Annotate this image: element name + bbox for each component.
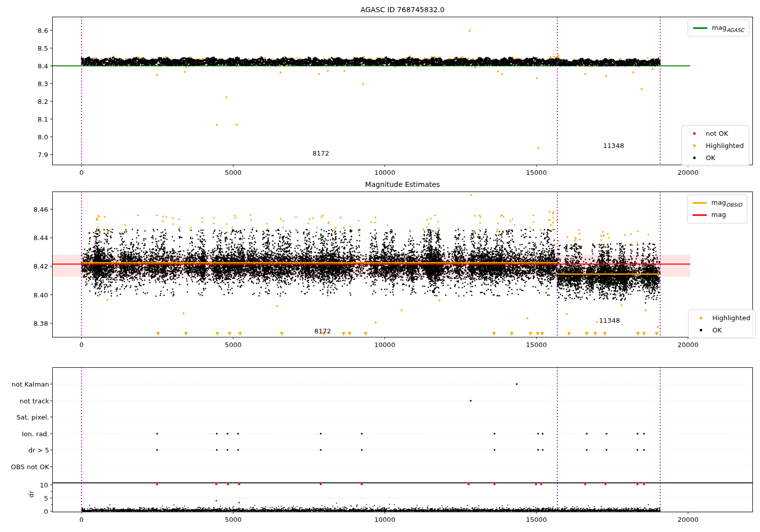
- x-tick-label: 5000: [225, 169, 242, 176]
- y-tick-label: 8.2: [2, 98, 48, 105]
- y-tick-label: 8.38: [2, 319, 48, 327]
- legend-mag-agasc: magAGASC: [688, 20, 749, 36]
- legend-item-highlighted: Highlighted: [687, 141, 744, 150]
- top-plot-title: AGASC ID 768745832.0: [52, 6, 753, 14]
- dr-tick-label: 5: [2, 495, 48, 502]
- highlighted-dot-swatch: [694, 317, 708, 319]
- legend-label: Highlighted: [712, 314, 750, 322]
- dr-tick-label: 10: [2, 481, 48, 489]
- flag-row-label: OBS not OK: [0, 463, 49, 471]
- x-tick-label: 10000: [374, 169, 395, 176]
- legend-label: OK: [712, 326, 722, 334]
- legend-item-not-ok: not OK: [687, 129, 744, 138]
- x-tick-label: 15000: [526, 341, 547, 349]
- flag-row-label: not Kalman: [0, 381, 49, 388]
- legend-item-ok: OK: [687, 153, 744, 163]
- legend-item-mag: mag: [693, 210, 742, 220]
- legend-label: OK: [706, 154, 715, 162]
- ok-dot-swatch: [694, 329, 708, 331]
- legend-label: Highlighted: [706, 142, 744, 149]
- segment-label-11348-top: 11348: [603, 141, 624, 149]
- x-tick-label: 15000: [526, 516, 547, 523]
- flag-row-label: Sat. pixel.: [0, 413, 49, 421]
- y-tick-label: 8.3: [2, 80, 48, 87]
- not-ok-dot-swatch: [687, 132, 701, 135]
- legend-label: magAGASC: [712, 24, 744, 33]
- mag-agasc-line-swatch: [693, 27, 707, 29]
- flag-row-label: dr > 5: [0, 446, 49, 454]
- flag-row-label: Ion. rad.: [0, 430, 49, 438]
- dr-tick-label: 0: [2, 508, 48, 515]
- legend-label: mag: [711, 211, 726, 220]
- x-tick-label: 20000: [677, 169, 698, 176]
- y-tick-label: 8.1: [2, 116, 48, 123]
- x-tick-label: 15000: [526, 169, 547, 176]
- x-tick-label: 0: [80, 169, 84, 176]
- x-tick-label: 20000: [677, 516, 698, 523]
- x-tick-label: 20000: [677, 341, 698, 349]
- y-tick-label: 8.6: [2, 26, 48, 34]
- y-tick-label: 7.9: [2, 151, 48, 159]
- chart-canvas: [0, 0, 760, 532]
- y-tick-label: 8.5: [2, 44, 48, 52]
- flag-row-label: not track: [0, 397, 49, 405]
- y-tick-label: 8.4: [2, 62, 48, 69]
- legend-top-markers: not OK Highlighted OK: [681, 125, 749, 166]
- legend-mid-markers: Highlighted OK: [688, 310, 756, 338]
- y-tick-label: 8.46: [2, 205, 48, 213]
- x-tick-label: 10000: [374, 516, 395, 523]
- y-tick-label: 8.44: [2, 234, 48, 242]
- legend-mid-lines: magOBSID mag: [687, 195, 747, 223]
- mag-obsid-line-swatch: [693, 202, 707, 204]
- x-tick-label: 10000: [374, 341, 395, 349]
- legend-item-mag-obsid: magOBSID: [693, 198, 742, 208]
- y-tick-label: 8.0: [2, 133, 48, 141]
- ok-dot-swatch: [687, 157, 701, 159]
- legend-label: magOBSID: [711, 199, 742, 208]
- legend-item-mag-agasc: magAGASC: [693, 23, 744, 33]
- legend-item-ok-mid: OK: [694, 325, 750, 335]
- x-tick-label: 0: [80, 341, 84, 349]
- highlighted-dot-swatch: [687, 144, 701, 147]
- legend-label: not OK: [706, 130, 728, 137]
- figure: AGASC ID 768745832.0 Magnitude Estimates…: [0, 0, 760, 532]
- y-tick-label: 8.42: [2, 262, 48, 270]
- segment-label-8172-top: 8172: [313, 149, 329, 157]
- segment-label-8172-mid: 8172: [314, 327, 331, 334]
- x-tick-label: 5000: [225, 516, 242, 523]
- x-tick-label: 5000: [225, 341, 242, 349]
- segment-label-11348-mid: 11348: [599, 317, 620, 324]
- x-tick-label: 0: [80, 516, 84, 523]
- legend-item-highlighted-mid: Highlighted: [694, 313, 750, 323]
- magnitude-plot-title: Magnitude Estimates: [52, 180, 753, 188]
- y-tick-label: 8.40: [2, 291, 48, 298]
- mag-line-swatch: [693, 214, 707, 216]
